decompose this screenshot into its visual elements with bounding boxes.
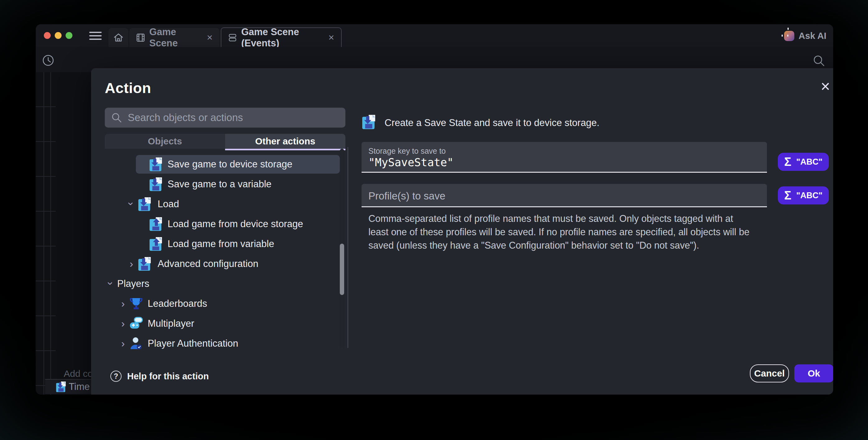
gamepad-icon <box>129 316 143 331</box>
storage-key-label: Storage key to save to <box>368 147 446 155</box>
search-icon <box>111 112 122 123</box>
close-dialog-icon[interactable]: × <box>817 78 833 95</box>
home-icon <box>113 32 124 43</box>
dialog-title: Action <box>105 79 151 96</box>
expression-button-label: "ABC" <box>796 191 822 200</box>
expression-editor-button[interactable]: Σ "ABC" <box>778 186 829 204</box>
ask-ai-icon <box>784 31 794 41</box>
tree-item-multiplayer[interactable]: › Multiplayer <box>91 314 346 333</box>
zoom-window-button[interactable] <box>66 32 72 39</box>
ok-button[interactable]: Ok <box>794 364 833 382</box>
tree-item-player-authentication[interactable]: › Player Authentication <box>91 333 346 353</box>
person-icon <box>129 336 143 351</box>
close-tab-icon[interactable]: × <box>207 32 213 43</box>
ask-ai-button[interactable]: Ask AI <box>784 31 826 41</box>
load-game-icon <box>149 236 163 252</box>
save-game-icon <box>138 256 151 271</box>
tab-other-actions[interactable]: Other actions <box>225 134 345 149</box>
tree-item-players[interactable]: › Players <box>91 274 346 294</box>
storage-key-field[interactable]: Storage key to save to "MySaveState" <box>362 142 767 173</box>
sigma-icon: Σ <box>784 189 792 201</box>
ask-ai-label: Ask AI <box>799 31 826 41</box>
tab-game-scene[interactable]: Game Scene × <box>129 28 219 47</box>
tab-objects[interactable]: Objects <box>105 134 225 149</box>
search-input[interactable] <box>128 112 339 123</box>
sigma-icon: Σ <box>784 156 792 168</box>
load-game-icon <box>149 216 163 232</box>
tab-label: Game Scene <box>149 26 200 49</box>
save-game-icon <box>138 197 151 212</box>
storage-key-value[interactable]: "MySaveState" <box>368 156 454 169</box>
tree-item-leaderboards[interactable]: › Leaderboards <box>91 294 346 314</box>
help-icon: ? <box>111 371 122 382</box>
menu-icon[interactable] <box>89 32 102 40</box>
tree-item-load-game-from-variable[interactable]: Load game from variable <box>91 234 346 254</box>
tree-item-advanced-configuration[interactable]: › Advanced configuration <box>91 254 346 274</box>
chevron-right-icon[interactable]: › <box>130 258 133 269</box>
event-rows-gutter <box>36 72 56 394</box>
search-box <box>105 108 345 127</box>
action-dialog: Action × Objects Other actions Save game… <box>91 68 833 394</box>
panel-divider <box>348 147 348 348</box>
list-scope-tabs: Objects Other actions <box>105 134 345 149</box>
tab-label: Game Scene (Events) <box>241 26 322 49</box>
tab-home[interactable] <box>108 28 128 47</box>
expression-button-label: "ABC" <box>796 157 822 167</box>
chevron-right-icon[interactable]: › <box>121 318 125 329</box>
search-toolbar-icon[interactable] <box>812 54 826 67</box>
expression-editor-button[interactable]: Σ "ABC" <box>778 153 829 171</box>
help-for-this-action-link[interactable]: ? Help for this action <box>111 371 209 382</box>
save-game-icon <box>149 157 163 172</box>
save-game-icon <box>362 114 376 130</box>
profiles-placeholder: Profile(s) to save <box>368 190 445 202</box>
parameter-help-text: Comma-separated list of profile names th… <box>368 212 751 252</box>
help-label: Help for this action <box>127 371 209 381</box>
close-tab-icon[interactable]: × <box>328 32 334 43</box>
titlebar: Game Scene × Game Scene (Events) × Ask A… <box>36 24 833 47</box>
tab-game-scene-events[interactable]: Game Scene (Events) × <box>221 27 342 47</box>
save-game-icon <box>149 177 163 192</box>
close-window-button[interactable] <box>44 32 51 39</box>
profiles-field[interactable]: Profile(s) to save <box>362 184 767 207</box>
chevron-right-icon[interactable]: › <box>121 338 125 349</box>
tree-item-save-game-to-device-storage[interactable]: Save game to device storage <box>91 154 346 174</box>
tree-scrollbar-thumb[interactable] <box>340 244 344 295</box>
trophy-icon <box>129 296 143 311</box>
scene-icon <box>136 33 145 42</box>
events-icon <box>228 32 237 43</box>
save-game-icon <box>56 381 66 393</box>
cancel-button[interactable]: Cancel <box>750 364 789 382</box>
desktop-backdrop: Game Scene × Game Scene (Events) × Ask A… <box>0 0 868 440</box>
chevron-down-icon[interactable]: › <box>106 282 116 285</box>
tree-item-load-game-from-device-storage[interactable]: Load game from device storage <box>91 214 346 234</box>
action-summary: Create a Save State and save it to devic… <box>384 117 599 128</box>
app-window: Game Scene × Game Scene (Events) × Ask A… <box>36 24 833 394</box>
tree-item-save-game-to-a-variable[interactable]: Save game to a variable <box>91 174 346 194</box>
chevron-down-icon[interactable]: › <box>126 202 137 205</box>
chevron-right-icon[interactable]: › <box>121 298 125 309</box>
minimize-window-button[interactable] <box>55 32 62 39</box>
history-icon[interactable] <box>41 53 55 67</box>
tree-item-load[interactable]: › Load <box>91 194 346 214</box>
